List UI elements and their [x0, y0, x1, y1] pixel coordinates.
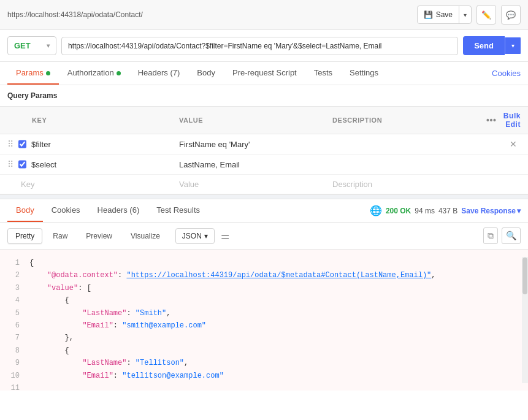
new-value-input[interactable]: [179, 180, 318, 189]
response-tab-body[interactable]: Body: [7, 199, 43, 222]
query-params-title: Query Params: [0, 85, 528, 106]
row2-checkbox[interactable]: [18, 160, 26, 169]
line-numbers: 1 2 3 4 5 6 7 8 9 10 11 12 13: [0, 257, 25, 383]
send-button-group: Send ▾: [463, 36, 521, 55]
save-chevron-button[interactable]: ▾: [459, 9, 471, 21]
cookies-link[interactable]: Cookies: [492, 69, 521, 78]
row2-value-input[interactable]: [179, 160, 318, 169]
code-line-5: "LastName": "Smith",: [29, 307, 517, 319]
tab-params[interactable]: Params: [7, 62, 59, 85]
code-content: { "@odata.context": "https://localhost:4…: [25, 257, 522, 383]
save-response-chevron-icon: ▾: [517, 207, 521, 215]
tab-headers[interactable]: Headers (7): [129, 62, 189, 85]
tab-prerequest[interactable]: Pre-request Script: [224, 62, 305, 85]
scrollbar[interactable]: [522, 257, 528, 383]
status-badge: 200 OK: [386, 207, 411, 215]
params-table: KEY VALUE DESCRIPTION ••• Bulk Edit ⠿: [0, 106, 528, 194]
row2-actions-cell: [479, 155, 528, 175]
tab-body[interactable]: Body: [188, 62, 224, 85]
row1-key-input[interactable]: [31, 140, 164, 149]
send-chevron-button[interactable]: ▾: [505, 37, 521, 54]
method-value: GET: [14, 41, 31, 50]
response-size: 437 B: [438, 207, 457, 215]
filter-icon[interactable]: ⚌: [221, 230, 229, 242]
row1-desc-cell: [325, 134, 479, 155]
comment-icon-button[interactable]: 💬: [501, 5, 521, 25]
more-options-icon[interactable]: •••: [486, 115, 496, 125]
send-button[interactable]: Send: [463, 36, 505, 55]
row1-desc-input[interactable]: [332, 140, 472, 149]
format-tab-raw[interactable]: Raw: [45, 228, 75, 244]
row2-value-cell: [172, 155, 325, 175]
json-format-label: JSON: [182, 232, 202, 240]
row1-key-cell: ⠿: [0, 134, 172, 155]
copy-icon-button[interactable]: ⧉: [483, 227, 498, 244]
search-icon-button[interactable]: 🔍: [502, 227, 521, 244]
json-format-chevron-icon: ▾: [204, 232, 208, 240]
url-input[interactable]: [61, 37, 458, 55]
tab-authorization[interactable]: Authorization: [59, 62, 129, 85]
row2-key-cell: ⠿: [0, 155, 172, 175]
new-desc-input[interactable]: [332, 180, 472, 189]
code-line-4: {: [29, 294, 517, 307]
format-tab-preview[interactable]: Preview: [78, 228, 120, 244]
code-line-6: "Email": "smith@example.com": [29, 319, 517, 332]
format-actions: ⧉ 🔍: [483, 227, 521, 244]
window-url: https://localhost:44318/api/odata/Contac…: [7, 10, 412, 19]
format-tab-pretty[interactable]: Pretty: [7, 228, 42, 244]
table-row: ⠿ ✕: [0, 134, 528, 155]
new-key-input[interactable]: [21, 180, 164, 189]
code-line-10: "Email": "tellitson@example.com": [29, 370, 517, 382]
code-line-2: "@odata.context": "https://localhost:443…: [29, 269, 517, 281]
tab-settings[interactable]: Settings: [341, 62, 387, 85]
placeholder-desc-cell: [325, 175, 479, 194]
scrollbar-thumb[interactable]: [522, 258, 527, 294]
row2-desc-input[interactable]: [332, 160, 472, 169]
placeholder-value-cell: [172, 175, 325, 194]
code-line-11: }: [29, 382, 517, 383]
placeholder-key-cell: [0, 175, 172, 194]
col-header-key: KEY: [0, 107, 172, 134]
drag-handle-icon[interactable]: ⠿: [7, 139, 13, 149]
table-row: ⠿: [0, 155, 528, 175]
auth-dot: [117, 71, 121, 75]
response-tab-cookies[interactable]: Cookies: [43, 199, 89, 222]
save-label: Save: [436, 10, 453, 19]
row1-value-input[interactable]: [179, 140, 318, 149]
response-tab-test-results[interactable]: Test Results: [148, 199, 209, 222]
code-line-8: {: [29, 345, 517, 357]
col-header-actions: ••• Bulk Edit: [479, 107, 528, 134]
save-icon: 💾: [424, 10, 433, 19]
json-format-select[interactable]: JSON ▾: [175, 228, 215, 244]
bulk-edit-button[interactable]: Bulk Edit: [501, 112, 521, 129]
format-tab-visualize[interactable]: Visualize: [123, 228, 168, 244]
tab-tests[interactable]: Tests: [305, 62, 341, 85]
top-bar: https://localhost:44318/api/odata/Contac…: [0, 0, 528, 30]
format-bar: Pretty Raw Preview Visualize JSON ▾ ⚌ ⧉ …: [0, 223, 528, 250]
network-icon: 🌐: [370, 205, 382, 216]
drag-handle-icon[interactable]: ⠿: [7, 159, 13, 169]
response-meta: 🌐 200 OK 94 ms 437 B Save Response ▾: [370, 205, 521, 216]
response-tab-headers[interactable]: Headers (6): [89, 199, 148, 222]
code-line-1: {: [29, 257, 517, 269]
save-button-group: 💾 Save ▾: [417, 6, 472, 24]
response-tabs: Body Cookies Headers (6) Test Results 🌐 …: [0, 199, 528, 223]
response-body: 1 2 3 4 5 6 7 8 9 10 11 12 13 { "@odata.…: [0, 250, 528, 391]
edit-icon-button[interactable]: ✏️: [476, 5, 496, 25]
code-line-7: },: [29, 332, 517, 344]
row1-checkbox[interactable]: [18, 140, 26, 148]
row1-delete-icon[interactable]: ✕: [506, 138, 521, 150]
request-bar: GET ▾ Send ▾: [0, 30, 528, 62]
row1-actions-cell: ✕: [479, 134, 528, 155]
section-divider: [0, 194, 528, 199]
save-response-button[interactable]: Save Response ▾: [461, 207, 521, 215]
save-button[interactable]: 💾 Save: [418, 7, 459, 22]
code-line-3: "value": [: [29, 282, 517, 294]
method-chevron-icon: ▾: [47, 42, 50, 49]
response-time: 94 ms: [415, 207, 435, 215]
row2-desc-cell: [325, 155, 479, 175]
row2-key-input[interactable]: [31, 160, 164, 169]
row1-value-cell: [172, 134, 325, 155]
params-dot: [46, 71, 50, 75]
method-select[interactable]: GET ▾: [7, 36, 56, 55]
